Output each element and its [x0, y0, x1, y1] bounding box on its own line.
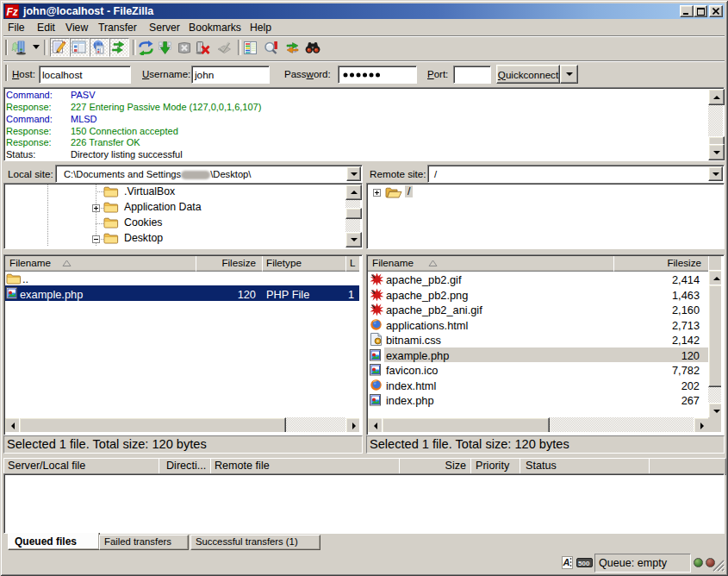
svg-text:A: A	[563, 557, 570, 567]
svg-text:Fz: Fz	[7, 6, 18, 18]
svg-text:500: 500	[578, 560, 590, 567]
